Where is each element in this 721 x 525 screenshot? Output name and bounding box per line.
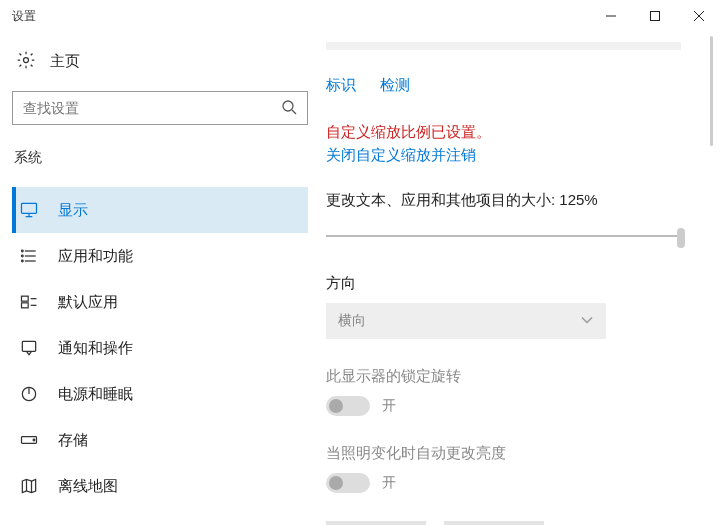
display-preview-placeholder [326,42,681,50]
detect-link[interactable]: 检测 [380,76,410,95]
maximize-button[interactable] [633,0,677,32]
svg-point-24 [33,439,35,441]
search-icon [281,99,297,118]
close-button[interactable] [677,0,721,32]
scale-slider[interactable] [326,228,681,246]
custom-scale-warning: 自定义缩放比例已设置。 [326,123,681,142]
nav-label: 通知和操作 [58,339,133,358]
nav-item-power[interactable]: 电源和睡眠 [12,371,308,417]
svg-point-4 [24,58,29,63]
svg-rect-16 [22,296,29,301]
svg-line-6 [292,110,296,114]
nav-label: 应用和功能 [58,247,133,266]
nav-label: 离线地图 [58,477,118,496]
scrollbar-indicator[interactable] [710,36,713,146]
nav-label: 电源和睡眠 [58,385,133,404]
window-title: 设置 [12,8,36,25]
orientation-select[interactable]: 横向 [326,303,606,339]
nav-label: 存储 [58,431,88,450]
home-label: 主页 [50,52,80,71]
svg-point-14 [22,255,24,257]
default-apps-icon [18,292,40,312]
auto-brightness-status: 开 [382,474,396,492]
auto-brightness-label: 当照明变化时自动更改亮度 [326,444,681,463]
list-icon [18,246,40,266]
nav-item-notifications[interactable]: 通知和操作 [12,325,308,371]
identify-link[interactable]: 标识 [326,76,356,95]
svg-rect-7 [22,203,37,213]
apply-button[interactable]: 应用 [326,521,426,525]
svg-point-13 [22,250,24,252]
svg-point-15 [22,260,24,262]
search-input[interactable] [23,100,281,116]
svg-rect-20 [22,341,35,351]
chevron-down-icon [580,313,594,330]
gear-icon [16,50,36,73]
svg-point-5 [283,101,293,111]
nav-item-storage[interactable]: 存储 [12,417,308,463]
power-icon [18,384,40,404]
monitor-icon [18,200,40,220]
home-link[interactable]: 主页 [12,40,308,91]
nav-item-maps[interactable]: 离线地图 [12,463,308,509]
nav-label: 显示 [58,201,88,220]
rotation-lock-label: 此显示器的锁定旋转 [326,367,681,386]
nav-item-display[interactable]: 显示 [12,187,308,233]
map-icon [18,476,40,496]
search-input-wrapper[interactable] [12,91,308,125]
rotation-lock-toggle[interactable] [326,396,370,416]
slider-track [326,235,681,237]
auto-brightness-toggle[interactable] [326,473,370,493]
nav-item-default-apps[interactable]: 默认应用 [12,279,308,325]
section-label: 系统 [14,149,308,167]
notification-icon [18,338,40,358]
svg-rect-1 [651,12,660,21]
orientation-value: 横向 [338,312,366,330]
svg-rect-17 [22,303,29,308]
rotation-lock-status: 开 [382,397,396,415]
storage-icon [18,430,40,450]
scale-label: 更改文本、应用和其他项目的大小: 125% [326,191,681,210]
nav-label: 默认应用 [58,293,118,312]
nav-item-apps[interactable]: 应用和功能 [12,233,308,279]
orientation-label: 方向 [326,274,681,293]
turn-off-custom-scale-link[interactable]: 关闭自定义缩放并注销 [326,146,681,165]
slider-thumb[interactable] [677,228,685,248]
minimize-button[interactable] [589,0,633,32]
cancel-button[interactable]: 取消 [444,521,544,525]
